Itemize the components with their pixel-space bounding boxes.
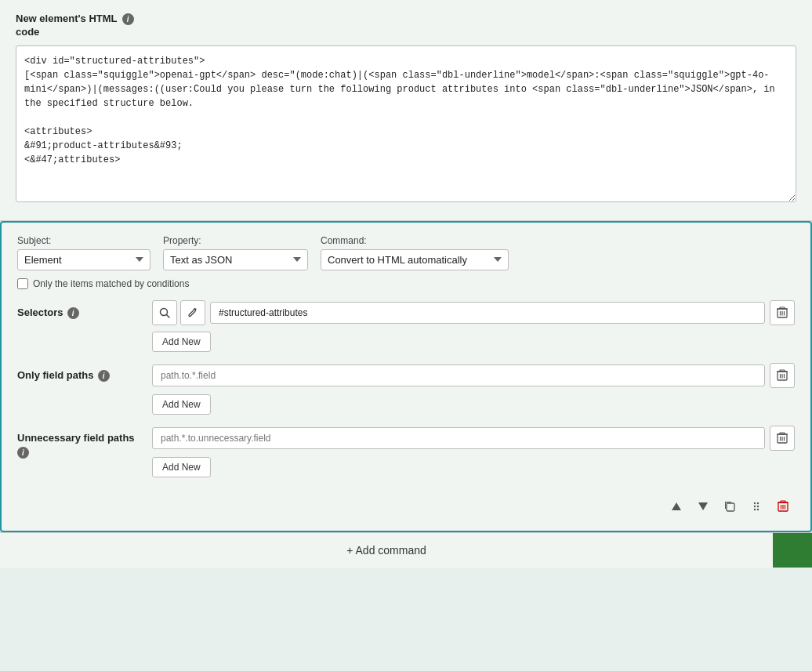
checkbox-row: Only the items matched by conditions [17, 278, 795, 289]
unnecessary-field-paths-input-row [152, 426, 795, 451]
only-field-paths-row: Only field paths i [17, 363, 795, 415]
top-section: New element's HTML code i <div id="struc… [0, 0, 812, 221]
command-group: Command: Convert to HTML automatically [321, 235, 509, 270]
selectors-label: Selectors i [17, 306, 143, 319]
unnecessary-field-paths-add-new-btn[interactable]: Add New [152, 457, 211, 477]
selectors-add-new-btn[interactable]: Add New [152, 332, 211, 352]
svg-rect-5 [780, 307, 785, 309]
svg-line-1 [167, 314, 170, 317]
move-up-btn[interactable] [665, 495, 688, 518]
unnecessary-field-paths-label: Unnecessary field paths [17, 432, 143, 444]
unnecessary-field-paths-row: Unnecessary field paths i [17, 426, 795, 477]
property-select[interactable]: Text as JSON [163, 249, 308, 270]
svg-point-24 [754, 502, 756, 504]
subject-select[interactable]: Element [17, 249, 150, 270]
conditions-checkbox[interactable] [17, 278, 28, 289]
property-group: Property: Text as JSON [163, 235, 308, 270]
svg-point-25 [757, 502, 759, 504]
only-field-paths-label-col: Only field paths i [17, 363, 143, 382]
selectors-info-icon[interactable]: i [67, 307, 79, 319]
svg-rect-32 [781, 501, 785, 502]
unnecessary-field-paths-input[interactable] [152, 427, 765, 449]
html-code-label: New element's HTML code i [16, 13, 796, 39]
svg-marker-22 [698, 502, 708, 510]
html-code-textarea[interactable]: <div id="structured-attributes"> [<span … [16, 45, 796, 202]
only-field-paths-add-new-btn[interactable]: Add New [152, 394, 211, 415]
selectors-row: Selectors i [17, 300, 795, 352]
only-field-paths-info-icon[interactable]: i [98, 370, 110, 382]
unnecessary-field-paths-delete-btn[interactable] [770, 426, 795, 451]
spc-row: Subject: Element Property: Text as JSON … [17, 235, 795, 270]
footer: + Add command [0, 532, 812, 568]
property-label: Property: [163, 235, 308, 246]
svg-point-27 [757, 506, 759, 507]
only-field-paths-label: Only field paths i [17, 369, 143, 382]
selector-icon-group [152, 300, 205, 325]
green-action-btn[interactable] [773, 533, 812, 568]
only-field-paths-delete-btn[interactable] [770, 363, 795, 388]
selectors-content: Add New [152, 300, 795, 352]
svg-rect-17 [780, 433, 785, 434]
svg-rect-23 [727, 503, 734, 511]
selector-delete-btn[interactable] [770, 300, 795, 325]
subject-label: Subject: [17, 235, 150, 246]
only-field-paths-input-row [152, 363, 795, 388]
add-command-btn[interactable]: + Add command [0, 533, 773, 568]
svg-point-28 [754, 509, 756, 510]
subject-group: Subject: Element [17, 235, 150, 270]
selectors-input-row [152, 300, 795, 325]
unnecessary-field-paths-info-icon[interactable]: i [17, 447, 29, 459]
html-code-label-line1: New element's HTML [16, 13, 118, 26]
conditions-label: Only the items matched by conditions [33, 278, 189, 289]
delete-card-btn[interactable] [771, 495, 795, 518]
unnecessary-field-paths-label-col: Unnecessary field paths i [17, 426, 143, 459]
svg-marker-21 [672, 502, 681, 510]
bottom-toolbar [17, 488, 795, 518]
svg-point-2 [195, 308, 197, 310]
copy-btn[interactable] [718, 495, 741, 518]
selectors-label-col: Selectors i [17, 300, 143, 319]
command-select[interactable]: Convert to HTML automatically [321, 249, 509, 270]
selector-input[interactable] [210, 302, 765, 324]
search-selector-btn[interactable] [152, 300, 177, 325]
only-field-paths-content: Add New [152, 363, 795, 415]
svg-rect-11 [780, 370, 785, 372]
main-card: Subject: Element Property: Text as JSON … [0, 221, 812, 532]
svg-point-26 [754, 506, 756, 507]
unnecessary-field-paths-content: Add New [152, 426, 795, 477]
html-code-label-line2: code [16, 26, 118, 39]
only-field-paths-input[interactable] [152, 365, 765, 386]
svg-point-29 [757, 509, 759, 510]
html-code-info-icon[interactable]: i [122, 13, 134, 25]
command-label: Command: [321, 235, 509, 246]
drag-btn[interactable] [745, 495, 768, 518]
wrench-selector-btn[interactable] [180, 300, 205, 325]
move-down-btn[interactable] [691, 495, 715, 518]
